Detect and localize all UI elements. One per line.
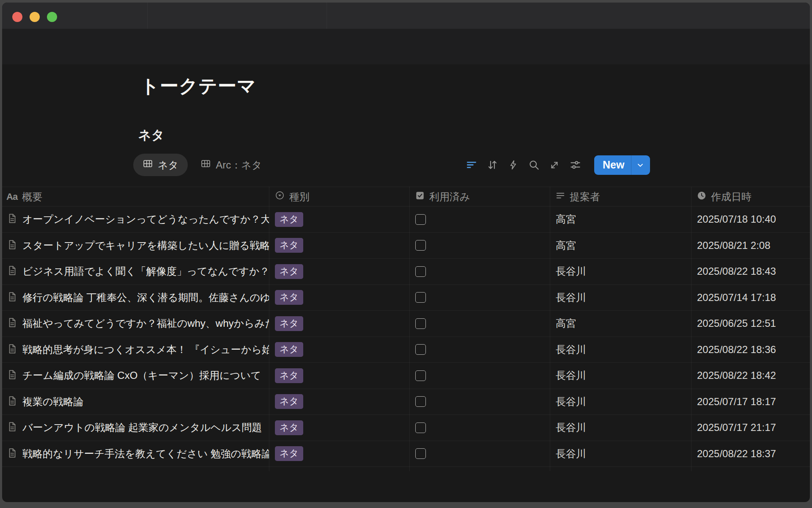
- proposer-text[interactable]: 高宮: [556, 317, 576, 330]
- maximize-button[interactable]: [47, 12, 57, 22]
- table-view-icon: [200, 158, 211, 171]
- row-title[interactable]: チーム編成の戦略論 CxO（キーマン）採用について: [22, 369, 269, 382]
- minimize-button[interactable]: [30, 12, 40, 22]
- column-divider[interactable]: [409, 187, 410, 471]
- view-tab-neta[interactable]: ネタ: [133, 154, 188, 176]
- table-header-row: Aa 概要 種別 利用済み: [2, 187, 810, 207]
- created-at-text: 2025/07/14 17:18: [697, 292, 776, 304]
- page-icon: [6, 395, 17, 408]
- table-row[interactable]: バーンアウトの戦略論 起業家のメンタルヘルス問題 ネタ 長谷川 2025/07/…: [2, 415, 810, 441]
- title-aa-icon: Aa: [6, 191, 17, 202]
- column-divider[interactable]: [691, 187, 691, 471]
- page-icon: [6, 317, 17, 330]
- row-title[interactable]: 複業の戦略論: [22, 395, 269, 409]
- table-row[interactable]: 戦略的思考が身につくオススメ本！ 『イシューから始めよ ネタ 長谷川 2025/…: [2, 337, 810, 363]
- created-at-text: 2025/08/22 18:36: [697, 344, 776, 356]
- view-bar: ネタ Arc：ネタ: [2, 154, 810, 177]
- table-row[interactable]: 修行の戦略論 丁稚奉公、深く潜る期間。佐藤さんのゆる ネタ 長谷川 2025/0…: [2, 285, 810, 311]
- used-checkbox[interactable]: [415, 266, 426, 277]
- used-checkbox[interactable]: [415, 318, 426, 329]
- used-checkbox[interactable]: [415, 422, 426, 433]
- table-body: オープンイノベーションってどうなったんですか？大企業 ネタ 高宮 2025/07…: [2, 207, 810, 467]
- tune-icon[interactable]: [569, 159, 581, 171]
- type-tag[interactable]: ネタ: [275, 446, 303, 461]
- row-title[interactable]: スタートアップでキャリアを構築したい人に贈る戦略論: [22, 239, 269, 252]
- created-at-text: 2025/08/22 18:37: [697, 448, 776, 460]
- column-header-used[interactable]: 利用済み: [409, 187, 550, 206]
- proposer-text[interactable]: 長谷川: [556, 447, 586, 461]
- proposer-text[interactable]: 長谷川: [556, 265, 586, 278]
- bolt-icon[interactable]: [507, 159, 519, 171]
- type-tag[interactable]: ネタ: [275, 342, 303, 357]
- row-title[interactable]: バーンアウトの戦略論 起業家のメンタルヘルス問題: [22, 421, 269, 434]
- column-header-proposer[interactable]: 提案者: [550, 187, 691, 206]
- text-icon: [556, 191, 565, 203]
- table-row[interactable]: スタートアップでキャリアを構築したい人に贈る戦略論 ネタ 高宮 2025/08/…: [2, 233, 810, 259]
- chevron-down-icon[interactable]: [631, 161, 650, 169]
- row-title[interactable]: 戦略的思考が身につくオススメ本！ 『イシューから始めよ: [22, 343, 269, 356]
- view-tab-arc-neta[interactable]: Arc：ネタ: [191, 154, 271, 176]
- page-icon: [6, 291, 17, 304]
- column-header-created-at[interactable]: 作成日時: [691, 187, 810, 206]
- used-checkbox[interactable]: [415, 214, 426, 225]
- proposer-text[interactable]: 長谷川: [556, 343, 586, 356]
- proposer-text[interactable]: 高宮: [556, 213, 576, 226]
- row-title[interactable]: 戦略的なリサーチ手法を教えてください 勉強の戦略論、あ: [22, 447, 269, 461]
- table-row[interactable]: 戦略的なリサーチ手法を教えてください 勉強の戦略論、あ ネタ 長谷川 2025/…: [2, 441, 810, 467]
- type-tag[interactable]: ネタ: [275, 316, 303, 331]
- used-checkbox[interactable]: [415, 448, 426, 459]
- created-at-text: 2025/07/18 10:40: [697, 213, 776, 225]
- proposer-text[interactable]: 長谷川: [556, 421, 586, 434]
- row-title[interactable]: 福祉やってみてどうですか？福祉のwhy、whyからみた福祉: [22, 317, 269, 330]
- created-at-text: 2025/08/22 18:43: [697, 265, 776, 277]
- created-at-text: 2025/08/22 18:42: [697, 370, 776, 381]
- view-tabs: ネタ Arc：ネタ: [133, 154, 271, 176]
- type-tag[interactable]: ネタ: [275, 212, 303, 227]
- table-row[interactable]: 複業の戦略論 ネタ 長谷川 2025/07/17 18:17: [2, 389, 810, 415]
- column-divider[interactable]: [550, 187, 550, 471]
- page-icon: [6, 265, 17, 278]
- app-window: トークテーマ ネタ ネタ: [2, 3, 810, 502]
- created-at-text: 2025/08/21 2:08: [697, 240, 771, 251]
- used-checkbox[interactable]: [415, 292, 426, 303]
- created-at-text: 2025/07/17 18:17: [697, 396, 776, 408]
- type-tag[interactable]: ネタ: [275, 290, 303, 305]
- close-button[interactable]: [12, 12, 22, 22]
- used-checkbox[interactable]: [415, 370, 426, 381]
- page-icon: [6, 447, 17, 460]
- database-title[interactable]: ネタ: [138, 127, 164, 144]
- new-button[interactable]: New: [594, 155, 650, 175]
- type-tag[interactable]: ネタ: [275, 368, 303, 383]
- search-icon[interactable]: [528, 159, 540, 171]
- proposer-text[interactable]: 高宮: [556, 239, 576, 252]
- database-table: Aa 概要 種別 利用済み: [2, 187, 810, 467]
- page-icon: [6, 421, 17, 434]
- traffic-lights: [12, 12, 57, 22]
- row-title[interactable]: 修行の戦略論 丁稚奉公、深く潜る期間。佐藤さんのゆる: [22, 291, 269, 304]
- filter-icon[interactable]: [466, 159, 477, 171]
- used-checkbox[interactable]: [415, 344, 426, 355]
- window-titlebar[interactable]: [2, 3, 810, 29]
- used-checkbox[interactable]: [415, 240, 426, 251]
- proposer-text[interactable]: 長谷川: [556, 395, 586, 409]
- type-tag[interactable]: ネタ: [275, 238, 303, 253]
- row-title[interactable]: オープンイノベーションってどうなったんですか？大企業: [22, 213, 269, 226]
- table-row[interactable]: ビジネス用語でよく聞く「解像度」ってなんですか？ ネタ 長谷川 2025/08/…: [2, 259, 810, 285]
- proposer-text[interactable]: 長谷川: [556, 291, 586, 304]
- table-row[interactable]: チーム編成の戦略論 CxO（キーマン）採用について ネタ 長谷川 2025/08…: [2, 363, 810, 389]
- table-row[interactable]: オープンイノベーションってどうなったんですか？大企業 ネタ 高宮 2025/07…: [2, 207, 810, 233]
- used-checkbox[interactable]: [415, 396, 426, 407]
- type-tag[interactable]: ネタ: [275, 264, 303, 279]
- row-title[interactable]: ビジネス用語でよく聞く「解像度」ってなんですか？: [22, 265, 269, 278]
- column-header-type[interactable]: 種別: [269, 187, 409, 206]
- sort-icon[interactable]: [486, 159, 498, 171]
- type-tag[interactable]: ネタ: [275, 420, 303, 435]
- table-row[interactable]: 福祉やってみてどうですか？福祉のwhy、whyからみた福祉 ネタ 高宮 2025…: [2, 311, 810, 337]
- proposer-text[interactable]: 長谷川: [556, 369, 586, 382]
- expand-icon[interactable]: [549, 159, 560, 171]
- type-tag[interactable]: ネタ: [275, 394, 303, 409]
- column-divider[interactable]: [269, 187, 269, 471]
- checkbox-icon: [415, 191, 425, 203]
- column-header-overview[interactable]: Aa 概要: [2, 187, 269, 206]
- table-view-icon: [143, 158, 153, 171]
